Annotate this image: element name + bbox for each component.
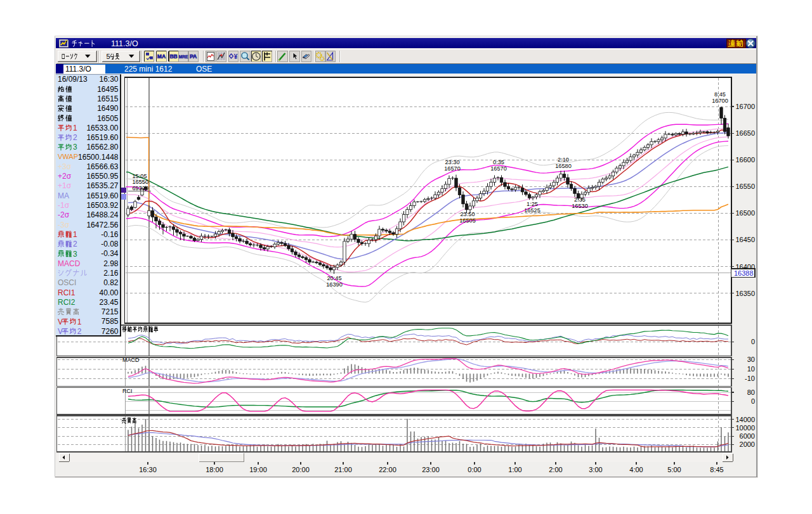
svg-text:16505: 16505 — [97, 114, 119, 123]
svg-text:5: 5 — [107, 53, 110, 60]
svg-text:2: 2 — [73, 133, 77, 142]
svg-text:-2σ: -2σ — [58, 210, 70, 219]
svg-text:16550.95: 16550.95 — [86, 172, 118, 181]
svg-text:16503.92: 16503.92 — [86, 201, 118, 210]
svg-text:16525: 16525 — [524, 207, 540, 214]
svg-text:1: 1 — [77, 318, 82, 326]
svg-text:19:00: 19:00 — [249, 466, 267, 473]
svg-text:20:00: 20:00 — [292, 466, 310, 473]
svg-text:MACD: MACD — [58, 259, 81, 268]
svg-text:2: 2 — [77, 327, 82, 336]
svg-text:V: V — [58, 318, 63, 326]
svg-text:0.82: 0.82 — [103, 278, 119, 287]
svg-text:16:30: 16:30 — [99, 75, 118, 84]
svg-text:16700: 16700 — [735, 103, 755, 110]
svg-text:¥: ¥ — [234, 53, 238, 60]
svg-text:16533.00: 16533.00 — [86, 124, 118, 132]
svg-text:PA: PA — [190, 53, 197, 60]
svg-text:7215: 7215 — [102, 307, 119, 316]
svg-text:16515: 16515 — [97, 94, 119, 103]
svg-text:3: 3 — [73, 250, 77, 259]
svg-text:MACD: MACD — [122, 357, 140, 363]
svg-text:16535.27: 16535.27 — [86, 181, 118, 190]
svg-text:30: 30 — [747, 356, 755, 363]
svg-text:10000: 10000 — [735, 424, 755, 432]
svg-text:16505: 16505 — [459, 217, 476, 224]
svg-text:-0.16: -0.16 — [101, 230, 119, 239]
svg-text:16:30: 16:30 — [139, 466, 157, 473]
svg-text:7260: 7260 — [102, 327, 119, 336]
svg-text:80: 80 — [747, 389, 755, 396]
svg-text:0:00: 0:00 — [468, 466, 481, 473]
svg-text:16700: 16700 — [712, 98, 728, 104]
svg-text:0: 0 — [751, 397, 755, 405]
svg-text:16580: 16580 — [555, 163, 572, 169]
svg-text:0:35: 0:35 — [493, 159, 504, 165]
svg-text:-0.08: -0.08 — [101, 240, 119, 248]
svg-text:2.16: 2.16 — [103, 269, 119, 278]
svg-text:+2σ: +2σ — [58, 172, 72, 181]
svg-text:2:00: 2:00 — [549, 466, 562, 473]
svg-text:111.3/O: 111.3/O — [111, 39, 138, 48]
svg-text:-0.34: -0.34 — [101, 249, 119, 258]
svg-text:6000: 6000 — [740, 432, 755, 440]
svg-text:OSE: OSE — [196, 65, 212, 74]
svg-text:16570: 16570 — [490, 165, 507, 172]
svg-text:21:00: 21:00 — [334, 466, 352, 473]
svg-text:4:00: 4:00 — [629, 466, 643, 473]
svg-text:16600: 16600 — [735, 156, 755, 164]
svg-text:10: 10 — [747, 365, 755, 373]
svg-text:16530: 16530 — [572, 203, 588, 209]
svg-text:1:00: 1:00 — [508, 466, 521, 473]
svg-text:3:00: 3:00 — [589, 466, 602, 473]
svg-text:16490: 16490 — [97, 104, 119, 113]
svg-text:16650: 16650 — [735, 129, 755, 137]
svg-text:V: V — [58, 327, 63, 336]
svg-text:2000: 2000 — [740, 440, 755, 448]
svg-text:16388: 16388 — [734, 269, 754, 277]
svg-text:8:45: 8:45 — [714, 91, 726, 98]
svg-text:16562.80: 16562.80 — [86, 143, 118, 151]
svg-text:16495: 16495 — [97, 85, 119, 94]
svg-text:-3σ: -3σ — [58, 221, 70, 229]
svg-text:7585: 7585 — [102, 317, 119, 326]
svg-text:15:05: 15:05 — [133, 173, 147, 179]
svg-text:23:00: 23:00 — [422, 466, 440, 473]
svg-text:16519.60: 16519.60 — [86, 133, 118, 142]
svg-text:16519.60: 16519.60 — [86, 191, 118, 200]
svg-text:16488.24: 16488.24 — [86, 210, 118, 219]
svg-text:-1σ: -1σ — [58, 201, 70, 210]
svg-text:16350: 16350 — [735, 290, 755, 297]
svg-text:23:50: 23:50 — [461, 211, 475, 217]
svg-text:16550: 16550 — [133, 179, 149, 185]
svg-text:-10: -10 — [745, 375, 755, 382]
svg-text:BB: BB — [169, 53, 177, 60]
svg-text:2: 2 — [73, 240, 77, 248]
svg-text:3: 3 — [73, 143, 77, 151]
svg-text:2:35: 2:35 — [574, 196, 586, 203]
svg-text:RCI: RCI — [122, 388, 133, 394]
svg-text:RCI2: RCI2 — [58, 298, 75, 307]
svg-text:22:00: 22:00 — [379, 466, 396, 473]
svg-text:16450: 16450 — [735, 236, 755, 243]
svg-text:16500.1448: 16500.1448 — [78, 153, 119, 162]
svg-text:16/09/13: 16/09/13 — [58, 75, 88, 84]
svg-text:OSCI: OSCI — [58, 278, 76, 287]
svg-text:23.45: 23.45 — [99, 298, 118, 307]
svg-text:16550: 16550 — [735, 183, 755, 190]
svg-text:MA: MA — [58, 191, 69, 200]
svg-text:MRE: MRE — [179, 55, 188, 59]
svg-text:5:00: 5:00 — [667, 466, 681, 473]
svg-text:8:45: 8:45 — [710, 466, 723, 473]
svg-text:40.00: 40.00 — [99, 288, 118, 297]
svg-text:0: 0 — [751, 338, 755, 345]
svg-text:1: 1 — [73, 230, 77, 239]
svg-text:MA: MA — [157, 53, 166, 60]
svg-text:+1σ: +1σ — [58, 181, 72, 190]
svg-text:14000: 14000 — [735, 416, 755, 423]
svg-text:1: 1 — [73, 124, 77, 132]
svg-text:RCI1: RCI1 — [58, 288, 75, 297]
svg-text:225 mini 1612: 225 mini 1612 — [124, 65, 173, 74]
svg-text:1:25: 1:25 — [527, 201, 538, 207]
svg-text:2:10: 2:10 — [558, 157, 569, 163]
